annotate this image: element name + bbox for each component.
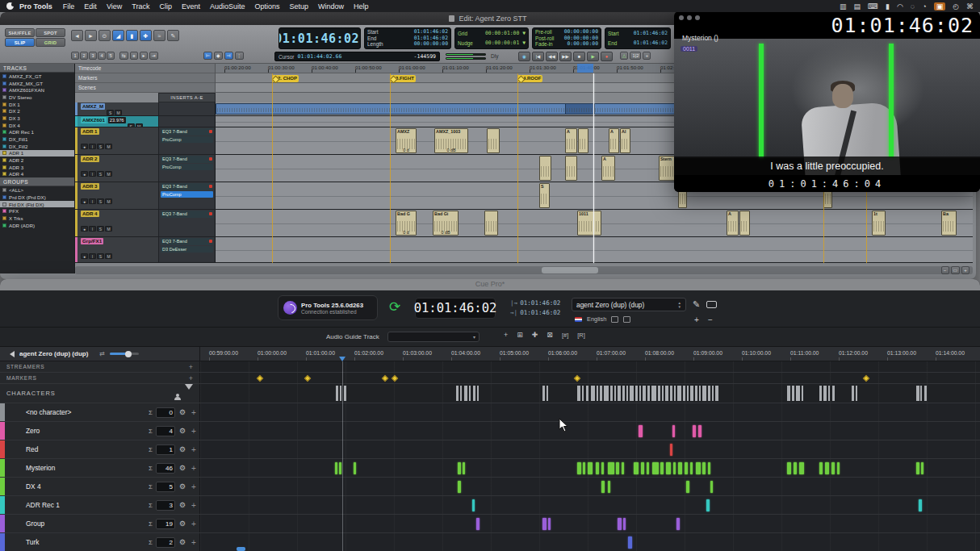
audio-clip-s[interactable]: S: [539, 183, 550, 208]
gear-icon[interactable]: ⚙: [179, 445, 186, 453]
timeline-selection[interactable]: [577, 64, 593, 73]
grabber-tool[interactable]: ✚: [140, 30, 152, 41]
grid-nudge-counters[interactable]: Grid00:00:01:00 ▼Nudge00:00:00:01 ▼: [454, 27, 529, 49]
cue-marker-diamond[interactable]: [863, 374, 869, 381]
link-timeline-icon[interactable]: ⇆: [119, 52, 128, 60]
mute-button[interactable]: M: [105, 171, 112, 177]
audio-clip-a[interactable]: A: [609, 128, 619, 153]
track-list-item-adr-1[interactable]: ADR 1: [0, 150, 74, 157]
track-header-adr-2[interactable]: ADR 2●ISMwave: [75, 155, 158, 182]
input-monitor-button[interactable]: I: [89, 171, 96, 177]
cue-event[interactable]: [710, 481, 713, 493]
character-cell[interactable]: TurkΣ2⚙+: [0, 533, 200, 551]
record-enable-button[interactable]: ●: [81, 144, 88, 149]
character-count[interactable]: 2: [156, 537, 175, 548]
mute-button[interactable]: M: [105, 226, 112, 232]
mode-spot[interactable]: SPOT: [36, 28, 65, 37]
cue-event[interactable]: [542, 518, 547, 530]
group-list-item-pfx[interactable]: PFX: [0, 207, 74, 215]
track-lane-adr-4[interactable]: Bad G0 dBad Gi0 dB1011A1tBa: [216, 210, 973, 236]
insert-procomp[interactable]: ProComp: [161, 191, 213, 198]
cue-event[interactable]: [693, 425, 696, 437]
cue-event[interactable]: [458, 462, 461, 474]
character-lane-adr-rec-1[interactable]: [200, 496, 980, 514]
track-list-item-adr-4[interactable]: ADR 4: [0, 171, 74, 178]
cue-marker-diamond[interactable]: [257, 374, 263, 381]
cue-timeline-ruler[interactable]: 00:59:00.0001:00:00.0001:01:00.0001:02:0…: [200, 347, 980, 361]
close-icon[interactable]: [679, 15, 684, 20]
cue-event[interactable]: [696, 462, 701, 474]
video-monitor-icon[interactable]: [706, 301, 717, 308]
scrollbar-thumb[interactable]: [542, 267, 598, 273]
record-enable-button[interactable]: ●: [81, 198, 88, 204]
transport-ffwd-button[interactable]: ▶▶: [559, 52, 572, 61]
cue-event[interactable]: [652, 462, 659, 474]
cue-event[interactable]: [698, 425, 701, 437]
menu-edit[interactable]: Edit: [84, 2, 97, 10]
cue-marker-diamond[interactable]: [574, 374, 580, 381]
search-icon[interactable]: ◌: [911, 2, 915, 10]
add-cue-icon[interactable]: +: [504, 331, 508, 339]
cue-event[interactable]: [608, 481, 610, 493]
control-center-icon[interactable]: ◔: [922, 2, 926, 10]
preroll-counters[interactable]: Pre-roll00:00:00:00Post-roll00:00:00:00F…: [532, 27, 601, 49]
cue-scrollbar-thumb[interactable]: [237, 547, 245, 551]
marker-4-roof[interactable]: 4.ROOF: [517, 75, 542, 82]
edit-horizontal-scrollbar[interactable]: [75, 266, 973, 274]
track-lane-grp-fx1[interactable]: [216, 237, 973, 262]
cue-event[interactable]: [548, 518, 551, 530]
audio-clip-amxz[interactable]: AMXZ0 d: [396, 128, 417, 153]
add-line-button[interactable]: +: [191, 408, 196, 417]
mute-button[interactable]: M: [105, 144, 112, 149]
audio-clip[interactable]: [578, 128, 588, 153]
insert-eq3-7-band[interactable]: EQ3 7-Band: [161, 238, 213, 245]
group-list-item-all[interactable]: <ALL>: [0, 186, 74, 194]
cue-event[interactable]: [706, 499, 710, 511]
audio-clip-amxz-1003[interactable]: AMXZ_10030 dB: [434, 128, 468, 153]
menu-audiosuite[interactable]: AudioSuite: [210, 2, 245, 10]
cue-event[interactable]: [672, 425, 675, 437]
solo-button[interactable]: S: [97, 144, 104, 149]
track-list-item-dx-4[interactable]: DX 4: [0, 122, 74, 129]
gear-icon[interactable]: ⚙: [179, 464, 186, 472]
input-monitor-button[interactable]: I: [89, 198, 96, 204]
cue-window-title[interactable]: Cue Pro*: [0, 279, 980, 290]
stepper-icon[interactable]: ▲▼: [678, 301, 681, 309]
cue-event[interactable]: [622, 462, 624, 474]
cue-event[interactable]: [472, 499, 475, 511]
track-list-item-amxz601fxan[interactable]: AMXZ601FXAN: [0, 86, 74, 94]
mode-grid[interactable]: GRID: [36, 38, 65, 47]
track-list-item-dx-1[interactable]: DX 1: [0, 101, 74, 108]
cue-event[interactable]: [831, 462, 835, 474]
track-view-selector[interactable]: wave: [81, 260, 157, 262]
cue-event[interactable]: [686, 481, 689, 493]
transport-play-button[interactable]: ▶: [587, 52, 599, 61]
battery-icon[interactable]: ▮: [886, 2, 890, 10]
input-monitor-button[interactable]: I: [89, 226, 96, 232]
streamers-lane[interactable]: [200, 361, 980, 372]
character-cell[interactable]: MysterionΣ46⚙+: [0, 459, 200, 477]
snap-start-icon[interactable]: ⊢: [203, 52, 212, 60]
track-list-item-amxz-mx-gt[interactable]: AMXZ_MX_GT: [0, 80, 74, 87]
cue-event[interactable]: [616, 462, 619, 474]
mute-button[interactable]: M: [105, 253, 112, 259]
cue-event[interactable]: [837, 462, 840, 474]
add-line-button[interactable]: +: [191, 501, 196, 510]
zoom-button-2[interactable]: +: [961, 266, 970, 274]
cue-event[interactable]: [463, 462, 465, 474]
track-header-amxz-m[interactable]: AMXZ_MSM: [75, 102, 158, 115]
character-cell[interactable]: GroupΣ19⚙+: [0, 515, 200, 532]
add-line-button[interactable]: +: [191, 427, 196, 436]
stage-manager-icon[interactable]: ▤: [854, 2, 861, 10]
bracket-number-icon[interactable]: [#]: [562, 332, 568, 339]
character-lane-turk[interactable]: [200, 533, 980, 551]
selector-tool[interactable]: ▮: [126, 30, 138, 41]
character-cell[interactable]: RedΣ1⚙+: [0, 440, 200, 458]
scrubber-tool[interactable]: ≈: [153, 30, 165, 41]
cue-event[interactable]: [641, 462, 644, 474]
filter-icon[interactable]: [185, 390, 193, 398]
character-cell[interactable]: ZeroΣ4⚙+: [0, 422, 200, 440]
track-header-grp-fx1[interactable]: Grp/FX1●ISMwave: [75, 237, 158, 262]
cue-event[interactable]: [476, 518, 480, 530]
startend-counters[interactable]: Start01:01:46:02End01:01:46:02: [605, 27, 671, 49]
